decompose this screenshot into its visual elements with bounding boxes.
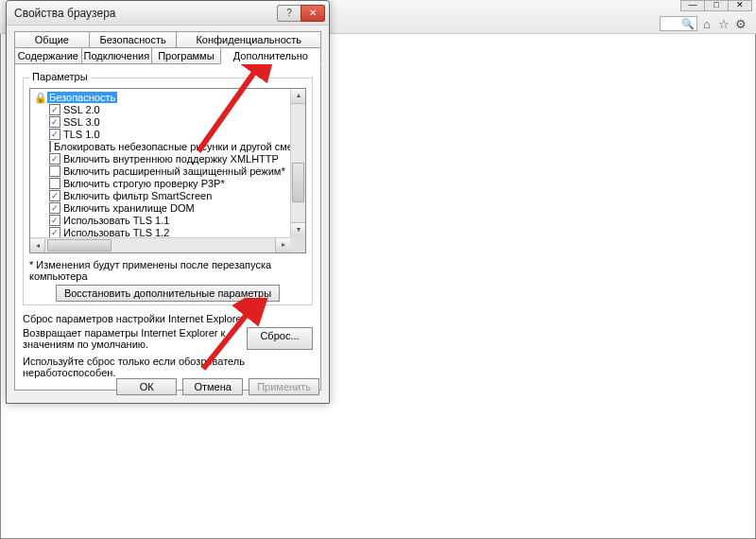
tabs: Общие Безопасность Конфиденциальность Со… bbox=[14, 31, 321, 64]
option-label: Включить расширенный защищенный режим* bbox=[63, 165, 285, 177]
tab-panel-advanced: Параметры 🔒Безопасность✓SSL 2.0✓SSL 3.0✓… bbox=[14, 63, 321, 391]
dialog-titlebar[interactable]: Свойства браузера ? ✕ bbox=[7, 1, 329, 26]
home-icon[interactable]: ⌂ bbox=[699, 16, 714, 31]
checkbox[interactable]: ✓ bbox=[49, 129, 60, 140]
tree-option[interactable]: ✓Включить внутреннюю поддержку XMLHTTP bbox=[34, 152, 295, 165]
close-window-button[interactable]: ✕ bbox=[728, 0, 752, 11]
checkbox[interactable]: ✓ bbox=[49, 153, 60, 165]
option-label: Включить внутреннюю поддержку XMLHTTP bbox=[63, 153, 279, 165]
option-label: TLS 1.0 bbox=[63, 129, 100, 140]
scroll-corner bbox=[290, 237, 305, 252]
reset-note: Используйте сброс только если обозревате… bbox=[23, 356, 313, 378]
checkbox[interactable]: ✓ bbox=[49, 104, 60, 115]
dialog-buttons: ОК Отмена Применить bbox=[116, 378, 319, 395]
tree-category-security[interactable]: 🔒Безопасность bbox=[34, 91, 295, 103]
tab-content[interactable]: Содержание bbox=[14, 47, 82, 64]
tree-option[interactable]: ✓Включить хранилище DOM bbox=[34, 201, 295, 214]
option-label: Включить фильтр SmartScreen bbox=[63, 190, 212, 201]
minimize-button[interactable]: — bbox=[680, 0, 705, 11]
tree-option[interactable]: Блокировать небезопасные рисунки и друго… bbox=[34, 140, 295, 152]
checkbox[interactable] bbox=[49, 165, 60, 177]
checkbox[interactable] bbox=[49, 178, 60, 189]
settings-group-label: Параметры bbox=[29, 71, 91, 82]
checkbox[interactable]: ✓ bbox=[49, 215, 60, 226]
option-label: Включить строгую проверку P3P* bbox=[63, 178, 225, 189]
restore-defaults-button[interactable]: Восстановить дополнительные параметры bbox=[56, 285, 280, 302]
option-label: Блокировать небезопасные рисунки и друго… bbox=[54, 141, 306, 152]
restart-note: * Изменения будут применены после переза… bbox=[29, 259, 306, 282]
tools-icon[interactable]: ⚙ bbox=[733, 16, 748, 31]
horizontal-scrollbar[interactable]: ◂ ▸ bbox=[30, 237, 290, 252]
search-box[interactable]: 🔍 bbox=[660, 16, 697, 31]
apply-button[interactable]: Применить bbox=[249, 378, 319, 395]
cancel-button[interactable]: Отмена bbox=[182, 378, 243, 395]
reset-heading: Сброс параметров настройки Internet Expl… bbox=[23, 313, 313, 324]
settings-tree[interactable]: 🔒Безопасность✓SSL 2.0✓SSL 3.0✓TLS 1.0Бло… bbox=[29, 88, 306, 253]
option-label: Использовать TLS 1.1 bbox=[63, 215, 169, 226]
tab-advanced[interactable]: Дополнительно bbox=[220, 47, 321, 64]
tree-option[interactable]: ✓TLS 1.0 bbox=[34, 128, 295, 140]
settings-group: Параметры 🔒Безопасность✓SSL 2.0✓SSL 3.0✓… bbox=[23, 78, 313, 305]
tab-programs[interactable]: Программы bbox=[151, 47, 221, 64]
scroll-right-button[interactable]: ▸ bbox=[275, 238, 290, 252]
ok-button[interactable]: ОК bbox=[116, 378, 177, 395]
tab-connections[interactable]: Подключения bbox=[81, 47, 153, 64]
tree-option[interactable]: Включить расширенный защищенный режим* bbox=[34, 165, 295, 177]
scroll-down-button[interactable]: ▾ bbox=[291, 222, 305, 237]
checkbox[interactable] bbox=[49, 141, 51, 152]
option-label: Использовать TLS 1.2 bbox=[63, 227, 169, 238]
maximize-button[interactable]: □ bbox=[704, 0, 729, 11]
checkbox[interactable]: ✓ bbox=[49, 190, 60, 201]
scroll-left-button[interactable]: ◂ bbox=[30, 239, 45, 253]
lock-icon: 🔒 bbox=[34, 92, 47, 103]
category-label: Безопасность bbox=[47, 92, 117, 103]
tree-option[interactable]: ✓SSL 2.0 bbox=[34, 103, 295, 115]
reset-description: Возвращает параметры Internet Explorer к… bbox=[23, 327, 239, 350]
scroll-up-button[interactable]: ▴ bbox=[291, 89, 305, 104]
tree-option[interactable]: ✓SSL 3.0 bbox=[34, 115, 295, 128]
internet-options-dialog: Свойства браузера ? ✕ Общие Безопасность… bbox=[6, 0, 330, 404]
checkbox[interactable]: ✓ bbox=[49, 227, 60, 238]
close-button[interactable]: ✕ bbox=[301, 5, 325, 22]
help-button[interactable]: ? bbox=[277, 5, 301, 22]
option-label: Включить хранилище DOM bbox=[63, 202, 195, 214]
reset-button[interactable]: Сброс... bbox=[247, 327, 313, 350]
favorites-icon[interactable]: ☆ bbox=[716, 16, 731, 31]
option-label: SSL 3.0 bbox=[63, 116, 100, 128]
checkbox[interactable]: ✓ bbox=[49, 116, 60, 128]
scroll-thumb-v[interactable] bbox=[292, 163, 304, 202]
tab-general[interactable]: Общие bbox=[14, 31, 90, 47]
tree-option[interactable]: ✓Использовать TLS 1.1 bbox=[34, 214, 295, 226]
vertical-scrollbar[interactable]: ▴ ▾ bbox=[290, 89, 305, 237]
tab-privacy[interactable]: Конфиденциальность bbox=[176, 31, 321, 47]
scroll-thumb-h[interactable] bbox=[47, 239, 112, 252]
dialog-title: Свойства браузера bbox=[14, 7, 277, 20]
tab-security[interactable]: Безопасность bbox=[89, 31, 178, 47]
checkbox[interactable]: ✓ bbox=[49, 202, 60, 214]
search-icon: 🔍 bbox=[681, 18, 695, 30]
option-label: SSL 2.0 bbox=[63, 104, 100, 115]
tree-option[interactable]: Включить строгую проверку P3P* bbox=[34, 177, 295, 189]
tree-option[interactable]: ✓Включить фильтр SmartScreen bbox=[34, 189, 295, 201]
